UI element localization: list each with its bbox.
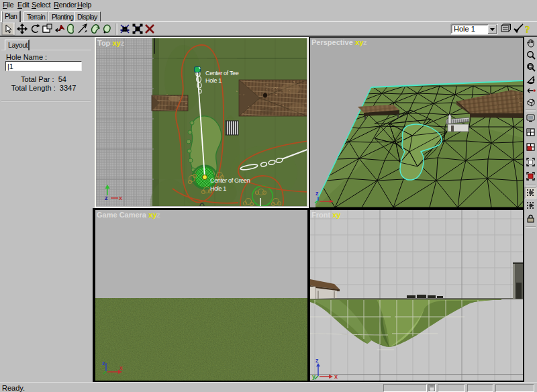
svg-text:y: y [312,373,315,380]
svg-text:Center of Green: Center of Green [210,177,250,184]
svg-text:Center of Tee: Center of Tee [205,70,239,77]
svg-text:x: x [119,195,122,201]
svg-text:?: ? [525,24,530,35]
svg-text:Hole 1: Hole 1 [454,25,475,33]
svg-text:z: z [315,357,319,364]
svg-text:z: z [102,360,105,366]
svg-text:z: z [105,195,108,201]
svg-text:Hole 1: Hole 1 [210,185,226,192]
svg-text:x: x [334,373,338,380]
svg-text:z: z [315,190,319,197]
svg-text:x: x [119,364,123,371]
svg-text:Hole 1: Hole 1 [205,77,222,84]
